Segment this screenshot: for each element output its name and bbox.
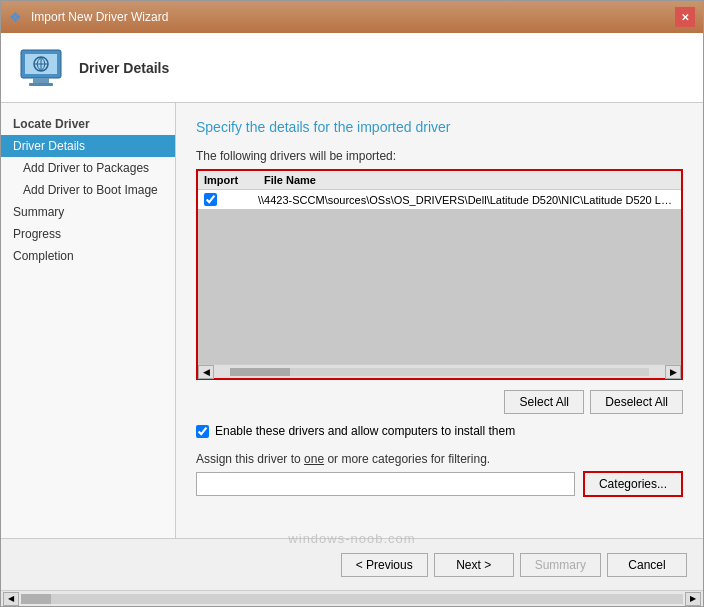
assign-label: Assign this driver to one or more catego… [196,452,683,466]
driver-icon [17,44,65,92]
scroll-right-btn[interactable]: ▶ [665,365,681,379]
app-icon: ❖ [9,9,25,25]
summary-button[interactable]: Summary [520,553,601,577]
sidebar-item-progress[interactable]: Progress [1,223,175,245]
drivers-table: Import File Name \\4423-SCCM\sources\OSs… [196,169,683,380]
table-header: Import File Name [198,171,681,190]
scrollbar-thumb[interactable] [230,368,290,376]
col-filename-header: File Name [264,174,675,186]
footer: < Previous Next > Summary Cancel [1,538,703,590]
sidebar: Locate Driver Driver Details Add Driver … [1,103,176,538]
scrollbar-track[interactable] [230,368,649,376]
title-bar: ❖ Import New Driver Wizard ✕ [1,1,703,33]
deselect-all-button[interactable]: Deselect All [590,390,683,414]
title-bar-buttons: ✕ [675,7,695,27]
scroll-right-bottom[interactable]: ▶ [685,592,701,606]
sidebar-item-add-to-packages[interactable]: Add Driver to Packages [1,157,175,179]
categories-button[interactable]: Categories... [583,471,683,497]
bottom-scroll-track[interactable] [21,594,683,604]
col-import-header: Import [204,174,264,186]
enable-label: Enable these drivers and allow computers… [215,424,515,438]
enable-checkbox[interactable] [196,425,209,438]
main-window: ❖ Import New Driver Wizard ✕ Driver De [0,0,704,607]
sidebar-item-summary[interactable]: Summary [1,201,175,223]
main-content: Specify the details for the imported dri… [176,103,703,538]
scroll-left-btn[interactable]: ◀ [198,365,214,379]
table-empty-area [198,209,681,364]
select-all-button[interactable]: Select All [504,390,584,414]
import-checkbox-cell [204,193,258,206]
sidebar-item-locate-driver[interactable]: Locate Driver [1,113,175,135]
header-area: Driver Details [1,33,703,103]
sidebar-item-add-to-boot-image[interactable]: Add Driver to Boot Image [1,179,175,201]
svg-rect-3 [29,83,53,86]
cancel-button[interactable]: Cancel [607,553,687,577]
previous-button[interactable]: < Previous [341,553,428,577]
sidebar-item-driver-details[interactable]: Driver Details [1,135,175,157]
bottom-scroll-thumb[interactable] [21,594,51,604]
header-title: Driver Details [79,60,169,76]
enable-checkbox-row: Enable these drivers and allow computers… [196,424,683,438]
horizontal-scrollbar[interactable]: ◀ ▶ [198,364,681,378]
window-title: Import New Driver Wizard [31,10,168,24]
main-section-title: Specify the details for the imported dri… [196,119,683,135]
drivers-label: The following drivers will be imported: [196,149,683,163]
scroll-left-bottom[interactable]: ◀ [3,592,19,606]
title-bar-left: ❖ Import New Driver Wizard [9,9,168,25]
bottom-scrollbar[interactable]: ◀ ▶ [1,590,703,606]
assign-categories-input[interactable] [196,472,575,496]
select-buttons: Select All Deselect All [196,390,683,414]
assign-row: Categories... [196,471,683,497]
content-area: Locate Driver Driver Details Add Driver … [1,103,703,538]
svg-rect-2 [33,78,49,83]
import-checkbox[interactable] [204,193,217,206]
file-path-cell: \\4423-SCCM\sources\OSs\OS_DRIVERS\Dell\… [258,194,675,206]
close-button[interactable]: ✕ [675,7,695,27]
assign-section: Assign this driver to one or more catego… [196,452,683,497]
next-button[interactable]: Next > [434,553,514,577]
table-row: \\4423-SCCM\sources\OSs\OS_DRIVERS\Dell\… [198,190,681,209]
sidebar-item-completion[interactable]: Completion [1,245,175,267]
